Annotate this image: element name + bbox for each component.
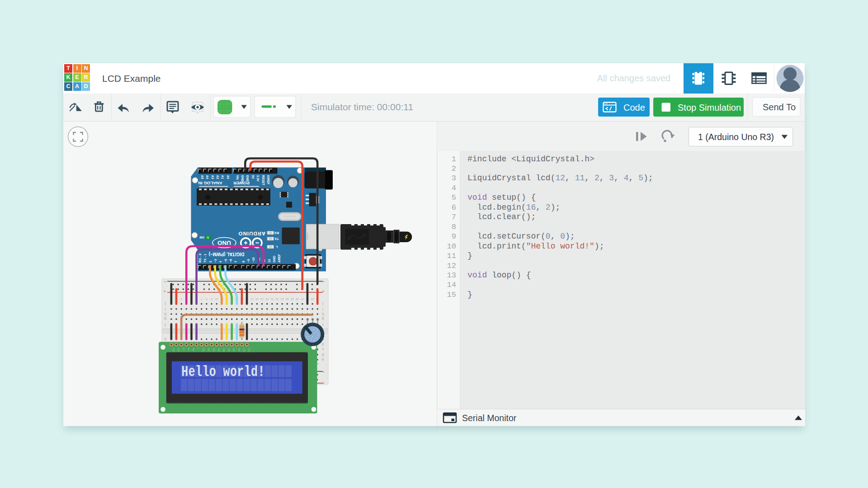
svg-text:Vin: Vin (236, 175, 239, 180)
svg-text:DB4: DB4 (222, 348, 225, 352)
svg-text:A3: A3 (211, 175, 214, 179)
svg-text:DB5: DB5 (227, 348, 230, 352)
svg-text:AREF: AREF (278, 254, 281, 263)
svg-text:14: 14 (447, 281, 456, 289)
svg-text:Code: Code (623, 103, 645, 113)
svg-text:3: 3 (452, 174, 456, 183)
svg-text:18: 18 (255, 298, 258, 300)
svg-text:POWER: POWER (233, 181, 250, 186)
svg-text:17: 17 (250, 298, 253, 300)
svg-text:A5: A5 (201, 175, 204, 179)
svg-text:Hello world!: Hello world! (181, 364, 265, 380)
svg-text:8: 8 (452, 223, 456, 231)
svg-text:12: 12 (447, 262, 456, 270)
svg-text:TX: TX (274, 237, 279, 241)
svg-text:3.3V: 3.3V (256, 175, 259, 182)
svg-text:DB0: DB0 (202, 348, 204, 352)
svg-text:7: 7 (234, 261, 237, 263)
svg-text:8: 8 (242, 261, 245, 263)
svg-text:lcd.clear();: lcd.clear(); (467, 212, 536, 221)
svg-text:LiquidCrystal lcd(12, 11, 2, 3: LiquidCrystal lcd(12, 11, 2, 3, 4, 5); (467, 174, 653, 183)
svg-text:2: 2 (452, 164, 456, 173)
svg-text:j: j (165, 302, 166, 306)
svg-text:lcd.setCursor(0, 0);: lcd.setCursor(0, 0); (467, 232, 575, 241)
svg-text:29: 29 (311, 298, 314, 300)
svg-text:Serial Monitor: Serial Monitor (462, 413, 517, 423)
svg-text:V0: V0 (182, 348, 184, 351)
svg-text:d: d (321, 342, 324, 347)
svg-text:Stop Simulation: Stop Simulation (678, 103, 741, 113)
svg-text:DB6: DB6 (232, 348, 235, 352)
svg-text:7: 7 (452, 213, 456, 221)
svg-text:20: 20 (266, 298, 269, 300)
svg-text:GND: GND (172, 348, 175, 353)
svg-text:15: 15 (447, 291, 456, 299)
svg-text:#include <LiquidCrystal.h>: #include <LiquidCrystal.h> (467, 155, 594, 164)
svg-text:10: 10 (447, 242, 456, 251)
svg-text:A4: A4 (206, 175, 209, 179)
svg-text:RX: RX (274, 231, 279, 235)
svg-text:+: + (322, 381, 325, 385)
svg-text:DB2: DB2 (212, 348, 215, 352)
svg-text:VCC: VCC (177, 348, 179, 352)
svg-text:RW: RW (192, 348, 194, 352)
svg-text:RESET: RESET (262, 175, 265, 186)
svg-text:SPI3TJN6: SPI3TJN6 (284, 215, 295, 218)
svg-text:21: 21 (271, 298, 274, 300)
svg-text:ARDUINO: ARDUINO (238, 231, 266, 236)
svg-text:8: 8 (206, 298, 207, 300)
svg-text:ANALOG IN: ANALOG IN (198, 181, 222, 186)
svg-text:7: 7 (201, 298, 202, 300)
svg-text:−: − (164, 279, 166, 284)
svg-text:~9: ~9 (247, 259, 250, 263)
svg-text:UNO: UNO (217, 239, 231, 246)
svg-text:lcd.begin(16, 2);: lcd.begin(16, 2); (467, 203, 560, 212)
svg-text:19: 19 (260, 298, 263, 300)
svg-text:9: 9 (211, 298, 212, 300)
svg-text:~5: ~5 (224, 259, 227, 263)
svg-text:A2: A2 (216, 175, 219, 179)
svg-text:DB1: DB1 (208, 348, 210, 352)
svg-text:4: 4 (452, 184, 456, 192)
svg-text:24: 24 (285, 298, 288, 300)
svg-text:h: h (321, 312, 324, 316)
svg-text:1: 1 (452, 155, 456, 164)
svg-text:TX→1: TX→1 (203, 254, 207, 263)
svg-text:ON: ON (200, 236, 205, 239)
svg-text:DIGITAL (PWM~): DIGITAL (PWM~) (209, 252, 245, 257)
svg-text:11: 11 (447, 252, 456, 260)
svg-text:GND: GND (273, 256, 276, 263)
svg-text:DB3: DB3 (217, 348, 220, 352)
svg-text:10: 10 (215, 298, 218, 300)
svg-text:Send To: Send To (763, 102, 796, 112)
svg-text:~6: ~6 (229, 259, 232, 263)
svg-text:13: 13 (268, 259, 271, 263)
svg-text:6: 6 (452, 203, 456, 212)
svg-text:1 (Arduino Uno R3): 1 (Arduino Uno R3) (698, 132, 774, 142)
svg-text:+: + (322, 289, 325, 294)
svg-text:g: g (321, 317, 324, 321)
svg-text:A0: A0 (226, 175, 230, 179)
svg-text:RS: RS (187, 348, 189, 351)
svg-text:i: i (322, 307, 323, 311)
svg-text:25: 25 (291, 298, 293, 300)
svg-text:A1: A1 (221, 175, 224, 179)
svg-text:Simulator time: 00:00:11: Simulator time: 00:00:11 (311, 102, 413, 112)
svg-text:i: i (165, 307, 165, 311)
svg-text:E: E (197, 348, 199, 349)
svg-text:DB7: DB7 (238, 348, 240, 352)
svg-text:IOREF: IOREF (267, 175, 270, 185)
svg-text:2: 2 (209, 261, 212, 263)
svg-text:j: j (322, 302, 324, 306)
svg-text:}: } (467, 251, 472, 260)
svg-text:RX←0: RX←0 (198, 253, 202, 263)
svg-text:22: 22 (276, 298, 278, 300)
svg-text:−: − (322, 370, 325, 374)
svg-text:b: b (321, 352, 324, 357)
svg-text:−: − (322, 279, 325, 284)
svg-text:26: 26 (296, 298, 298, 300)
svg-text:lcd.print("Hello world!");: lcd.print("Hello world!"); (467, 242, 604, 251)
svg-text:3: 3 (181, 298, 182, 300)
svg-text:4: 4 (219, 261, 222, 263)
svg-text:h: h (164, 312, 166, 316)
